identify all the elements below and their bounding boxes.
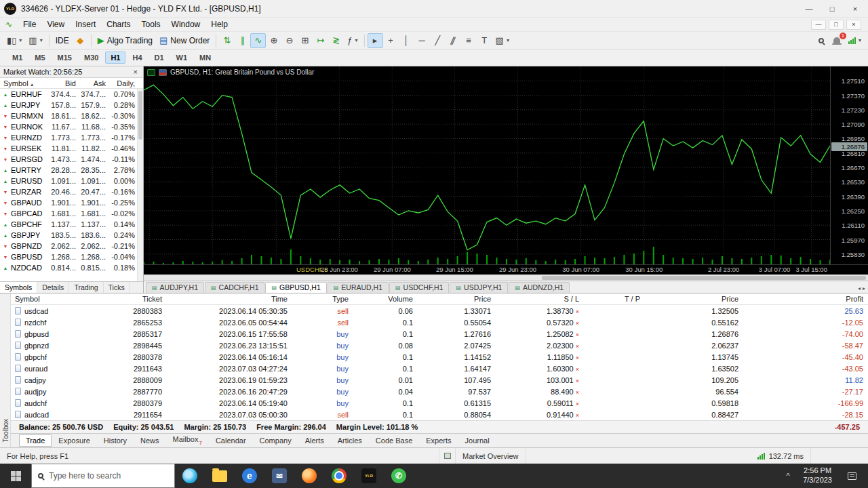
- trade-row-cadjpy[interactable]: cadjpy28880092023.06.19 01:59:23buy0.011…: [11, 374, 868, 386]
- remove-sl-icon[interactable]: ×: [576, 412, 579, 419]
- menu-view[interactable]: View: [41, 19, 70, 30]
- search-button[interactable]: [814, 33, 829, 48]
- line-chart-button[interactable]: ∿: [250, 33, 266, 48]
- minimize-button[interactable]: —: [797, 1, 821, 16]
- chart-horizontal-scrollbar[interactable]: [144, 274, 868, 281]
- timeframe-m15[interactable]: M15: [52, 52, 77, 64]
- zoom-out-button[interactable]: ⊖: [281, 33, 297, 48]
- fibonacci-button[interactable]: ≡: [461, 33, 477, 48]
- indicators-button[interactable]: ƒ▾: [344, 33, 361, 48]
- timeframe-m1[interactable]: M1: [7, 52, 28, 64]
- market-watch-tab-ticks[interactable]: Ticks: [104, 282, 130, 293]
- algo-trading-button[interactable]: ▶Algo Trading: [94, 33, 156, 48]
- new-order-button[interactable]: ▤New Order: [156, 33, 213, 48]
- file-explorer-taskbar-button[interactable]: [205, 464, 235, 488]
- notification-center-button[interactable]: [839, 464, 865, 488]
- chart-tab-gbpusd-h1[interactable]: ▤GBPUSD,H1: [265, 282, 326, 293]
- remove-sl-icon[interactable]: ×: [576, 401, 579, 407]
- toolbox-tab-journal[interactable]: Journal: [458, 434, 496, 447]
- market-watch-row-gbpusd[interactable]: ▼GBPUSD1.268...1.268...-0.04%: [0, 251, 143, 262]
- market-watch-tab-details[interactable]: Details: [37, 282, 69, 293]
- toolbox-tab-code-base[interactable]: Code Base: [369, 434, 419, 447]
- taskbar-search-input[interactable]: [49, 471, 151, 481]
- ide-button[interactable]: IDE: [52, 33, 73, 48]
- time-axis[interactable]: USDCHF,5 28 Jun 23:0029 Jun 07:0029 Jun …: [144, 264, 868, 274]
- trade-row-usdcad[interactable]: usdcad28803832023.06.14 05:30:35sell0.06…: [11, 305, 868, 317]
- trade-row-audcad[interactable]: audcad29116542023.07.03 05:00:30sell0.10…: [11, 409, 868, 420]
- trade-col-t-p[interactable]: T / P: [584, 295, 645, 303]
- notifications-button[interactable]: 1: [829, 33, 845, 48]
- trade-col-price[interactable]: Price: [645, 295, 743, 303]
- grid-button[interactable]: ⊞: [297, 33, 313, 48]
- remove-sl-icon[interactable]: ×: [576, 343, 579, 350]
- remove-sl-icon[interactable]: ×: [576, 308, 579, 315]
- market-watch-row-eurjpy[interactable]: ▲EURJPY157.8...157.9...0.28%: [0, 100, 143, 110]
- trade-col-profit[interactable]: Profit: [743, 295, 868, 303]
- layout-icon[interactable]: [439, 448, 456, 464]
- market-watch-row-eurhuf[interactable]: ▲EURHUF374.4...374.7...0.70%: [0, 89, 143, 100]
- market-watch-row-eurusd[interactable]: ▲EURUSD1.091...1.091...0.00%: [0, 176, 143, 186]
- taskbar-search-box[interactable]: [31, 464, 175, 488]
- scrollbar-thumb[interactable]: [138, 91, 142, 140]
- market-watch-row-gbpchf[interactable]: ▲GBPCHF1.137...1.137...0.14%: [0, 219, 143, 230]
- timeframe-m5[interactable]: M5: [29, 52, 50, 64]
- channel-button[interactable]: ∥: [446, 33, 461, 48]
- chart-tab-euraud-h1[interactable]: ▤EURAUD,H1: [328, 282, 389, 293]
- remove-sl-icon[interactable]: ×: [576, 378, 579, 384]
- trade-col-s-l[interactable]: S / L: [496, 295, 584, 303]
- menu-help[interactable]: Help: [205, 19, 233, 30]
- timeframe-d1[interactable]: D1: [149, 52, 170, 64]
- new-chart-button[interactable]: ▮▯▾: [3, 33, 25, 48]
- auto-scroll-button[interactable]: ≷: [328, 33, 344, 48]
- cortana-taskbar-button[interactable]: [175, 464, 205, 488]
- trade-row-audjpy[interactable]: audjpy28877702023.06.16 20:47:29buy0.049…: [11, 386, 868, 397]
- connection-status[interactable]: 132.72 ms: [751, 448, 811, 464]
- cursor-button[interactable]: ▸: [368, 33, 383, 48]
- market-watch-row-eursgd[interactable]: ▼EURSGD1.473...1.474...-0.11%: [0, 154, 143, 165]
- minimized-chart-label[interactable]: USDCHF,5: [296, 266, 328, 273]
- remove-sl-icon[interactable]: ×: [576, 354, 579, 361]
- trade-col-time[interactable]: Time: [167, 295, 292, 303]
- toolbox-tab-alerts[interactable]: Alerts: [298, 434, 331, 447]
- remove-sl-icon[interactable]: ×: [576, 331, 579, 338]
- child-restore-button[interactable]: □: [829, 20, 844, 30]
- scroll-left-icon[interactable]: ◂: [858, 285, 861, 291]
- trade-col-price[interactable]: Price: [418, 295, 496, 303]
- trade-row-nzdchf[interactable]: nzdchf28652532023.06.05 00:54:44sell0.10…: [11, 317, 868, 328]
- close-button[interactable]: ×: [844, 1, 867, 16]
- market-watch-tab-trading[interactable]: Trading: [69, 282, 103, 293]
- yld-fx-taskbar-button[interactable]: YLD: [354, 464, 384, 488]
- market-watch-col-ask[interactable]: Ask: [77, 79, 107, 87]
- menu-file[interactable]: File: [18, 19, 41, 30]
- firefox-taskbar-button[interactable]: [294, 464, 324, 488]
- toolbox-tab-company[interactable]: Company: [253, 434, 298, 447]
- market-watch-row-eursek[interactable]: ▼EURSEK11.81...11.82...-0.46%: [0, 143, 143, 154]
- toolbox-tab-calendar[interactable]: Calendar: [209, 434, 253, 447]
- toolbox-tab-history[interactable]: History: [97, 434, 134, 447]
- chart-plot[interactable]: GBPUSD, H1: Great Britain Pound vs US Do…: [144, 66, 830, 264]
- market-watch-row-eurnok[interactable]: ▼EURNOK11.67...11.68...-0.35%: [0, 121, 143, 132]
- trade-col-symbol[interactable]: Symbol: [11, 295, 113, 303]
- timeframe-mn[interactable]: MN: [194, 52, 216, 64]
- toolbox-tab-trade[interactable]: Trade: [19, 434, 52, 447]
- market-watch-row-gbpcad[interactable]: ▼GBPCAD1.681...1.681...-0.02%: [0, 208, 143, 219]
- toolbox-side-strip[interactable]: Toolbox: [0, 293, 11, 447]
- trade-row-audchf[interactable]: audchf28803792023.06.14 05:19:40buy0.10.…: [11, 397, 868, 409]
- menu-window[interactable]: Window: [166, 19, 206, 30]
- timeframe-h4[interactable]: H4: [127, 52, 147, 64]
- remove-sl-icon[interactable]: ×: [576, 320, 579, 327]
- trade-col-volume[interactable]: Volume: [353, 295, 418, 303]
- child-minimize-button[interactable]: —: [811, 20, 826, 30]
- timeframe-w1[interactable]: W1: [171, 52, 193, 64]
- menu-charts[interactable]: Charts: [101, 19, 136, 30]
- remove-sl-icon[interactable]: ×: [576, 366, 579, 373]
- profiles-button[interactable]: ▥▾: [25, 33, 45, 48]
- toolbox-tab-experts[interactable]: Experts: [419, 434, 458, 447]
- trade-row-euraud[interactable]: euraud29116432023.07.03 04:27:24buy0.11.…: [11, 363, 868, 374]
- whatsapp-taskbar-button[interactable]: ✆: [384, 464, 414, 488]
- mail-taskbar-button[interactable]: ✉: [264, 464, 294, 488]
- price-chart[interactable]: [144, 66, 830, 264]
- start-button[interactable]: [0, 464, 31, 488]
- vps-button[interactable]: ▾: [845, 33, 865, 48]
- metaeditor-button[interactable]: ◆: [73, 33, 88, 48]
